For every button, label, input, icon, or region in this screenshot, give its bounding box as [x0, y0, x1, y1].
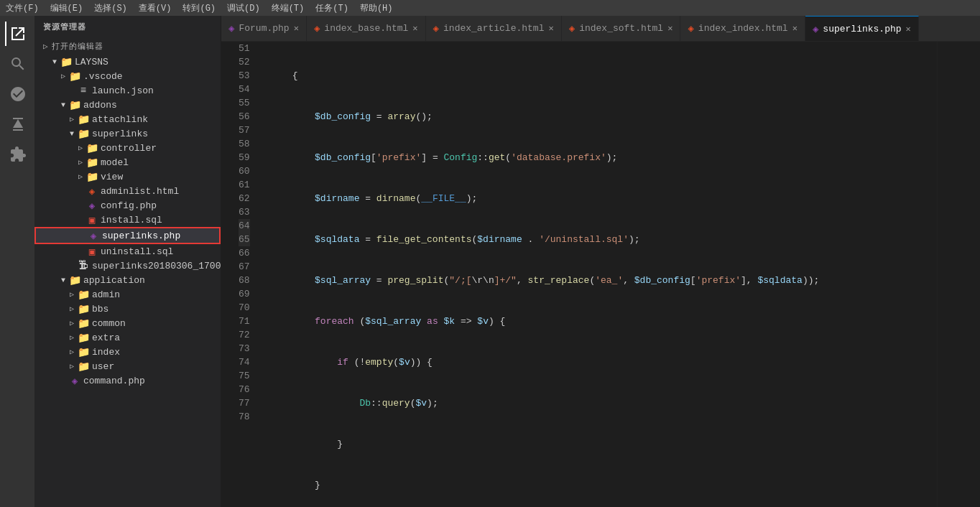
tab-close-index-index[interactable]: ✕ [792, 23, 798, 34]
line-numbers: 51 52 53 54 55 56 57 58 59 60 61 62 63 6… [221, 42, 259, 507]
minimap[interactable] [937, 42, 980, 507]
folder-icon-controller: 📁 [86, 142, 98, 154]
label-addons: addons [83, 100, 117, 111]
label-superlinks-php: superlinks.php [102, 231, 180, 241]
code-container[interactable]: 51 52 53 54 55 56 57 58 59 60 61 62 63 6… [221, 42, 980, 507]
tab-icon-index-article: ◈ [433, 22, 439, 34]
editor: ◈ Forum.php ✕ ◈ index_base.html ✕ ◈ inde… [221, 16, 980, 507]
tab-icon-index-soft: ◈ [569, 22, 575, 34]
activity-debug[interactable] [5, 112, 29, 136]
menu-item-view[interactable]: 查看(V) [139, 2, 172, 14]
tab-icon-index-index: ◈ [688, 22, 693, 34]
sidebar: 资源管理器 ▷ 打开的编辑器 ▼ 📁 LAYSNS ▷ 📁 .vscode ▷ … [34, 16, 221, 507]
activity-explorer[interactable] [5, 22, 29, 46]
folder-icon-laysns: 📁 [60, 56, 72, 68]
zip-icon: 🗜 [78, 260, 89, 271]
code-line-57: foreach ($sql_array as $k => $v) { [270, 315, 925, 328]
label-command: command.php [83, 376, 145, 386]
tree-item-admin[interactable]: ▷ 📁 admin [34, 287, 221, 302]
tab-close-forum[interactable]: ✕ [294, 23, 299, 34]
menu-item-select[interactable]: 选择(S) [94, 2, 127, 14]
tree-item-launch[interactable]: ▷ ≡ launch.json [34, 83, 221, 98]
arrow-addons: ▼ [57, 99, 69, 111]
menu-item-edit[interactable]: 编辑(E) [50, 2, 83, 14]
label-config: config.php [101, 200, 157, 211]
tree-item-index[interactable]: ▷ 📁 index [34, 345, 221, 359]
tab-label-index-article: index_article.html [443, 23, 544, 34]
tree-item-superlinks-folder[interactable]: ▼ 📁 superlinks [34, 126, 221, 141]
tree-item-extra[interactable]: ▷ 📁 extra [34, 330, 221, 345]
code-line-59: Db::query($v); [270, 396, 925, 410]
activity-search[interactable] [5, 52, 29, 76]
activity-extensions[interactable] [5, 142, 29, 167]
tab-index-article[interactable]: ◈ index_article.html ✕ [426, 16, 562, 41]
tree-item-application[interactable]: ▼ 📁 application [34, 273, 221, 287]
tab-close-superlinks[interactable]: ✕ [906, 24, 911, 34]
menu-item-goto[interactable]: 转到(G) [182, 2, 216, 14]
activity-bar [0, 16, 34, 507]
menu-item-debug[interactable]: 调试(D) [227, 2, 260, 14]
label-extra: extra [92, 332, 120, 343]
tab-icon-index-base: ◈ [314, 22, 320, 34]
tree-item-user[interactable]: ▷ 📁 user [34, 359, 221, 373]
tab-index-index[interactable]: ◈ index_index.html ✕ [680, 16, 805, 41]
menu-item-task[interactable]: 任务(T) [315, 2, 348, 14]
label-admin: admin [92, 289, 120, 300]
folder-icon-user: 📁 [78, 361, 89, 372]
code-line-61: } [270, 478, 925, 492]
tree-item-install[interactable]: ▷ ▣ install.sql [34, 213, 221, 227]
menu-item-terminal[interactable]: 终端(T) [272, 2, 305, 14]
tree-item-uninstall[interactable]: ▷ ▣ uninstall.sql [34, 244, 221, 259]
folder-icon-index: 📁 [78, 346, 89, 358]
tree-item-common[interactable]: ▷ 📁 common [34, 316, 221, 330]
tab-close-index-soft[interactable]: ✕ [667, 23, 672, 34]
tree-item-view[interactable]: ▷ 📁 view [34, 169, 221, 184]
tree-item-superlinks-php[interactable]: ▷ ◈ superlinks.php [34, 227, 221, 244]
folder-icon-model: 📁 [86, 157, 98, 168]
folder-icon-application: 📁 [69, 274, 80, 286]
menu-item-file[interactable]: 文件(F) [6, 2, 39, 14]
tree-item-model[interactable]: ▷ 📁 model [34, 155, 221, 169]
folder-icon-extra: 📁 [78, 332, 89, 343]
tree-item-addons[interactable]: ▼ 📁 addons [34, 98, 221, 112]
tree-item-config[interactable]: ▷ ◈ config.php [34, 198, 221, 213]
open-editors-section[interactable]: ▷ 打开的编辑器 [34, 38, 221, 55]
tree-item-laysns[interactable]: ▼ 📁 LAYSNS [34, 55, 221, 69]
folder-icon-view: 📁 [86, 171, 98, 182]
tab-index-soft[interactable]: ◈ index_soft.html ✕ [562, 16, 681, 41]
arrow-laysns: ▼ [49, 56, 60, 68]
code-line-51: { [270, 69, 925, 83]
sql-icon-uninstall: ▣ [86, 246, 98, 257]
activity-git[interactable] [5, 82, 29, 106]
code-line-55: $sqldata = file_get_contents($dirname . … [270, 233, 925, 246]
arrow-common: ▷ [66, 317, 78, 329]
php-icon-superlinks: ◈ [88, 230, 99, 241]
arrow-user: ▷ [66, 361, 78, 372]
code-line-54: $dirname = dirname(__FILE__); [270, 192, 925, 205]
tab-close-index-base[interactable]: ✕ [412, 23, 417, 34]
code-content[interactable]: { $db_config = array(); $db_config['pref… [259, 42, 937, 507]
json-icon-launch: ≡ [78, 85, 89, 96]
tree-item-attachlink[interactable]: ▷ 📁 attachlink [34, 112, 221, 126]
tab-close-index-article[interactable]: ✕ [548, 23, 553, 34]
menu-bar: 文件(F) 编辑(E) 选择(S) 查看(V) 转到(G) 调试(D) 终端(T… [0, 0, 980, 16]
tab-index-base[interactable]: ◈ index_base.html ✕ [307, 16, 426, 41]
tab-label-index-index: index_index.html [698, 23, 788, 34]
label-common: common [92, 318, 126, 329]
label-superlinks-folder: superlinks [92, 129, 148, 139]
tree-item-superlinks-zip[interactable]: ▷ 🗜 superlinks20180306_1700.zip [34, 259, 221, 273]
html-icon-adminlist: ◈ [86, 185, 98, 197]
tree-item-controller[interactable]: ▷ 📁 controller [34, 141, 221, 155]
tab-icon-superlinks: ◈ [813, 23, 818, 35]
tab-forum[interactable]: ◈ Forum.php ✕ [221, 16, 307, 41]
label-attachlink: attachlink [92, 114, 148, 125]
menu-item-help[interactable]: 帮助(H) [360, 2, 393, 14]
label-laysns: LAYSNS [75, 57, 108, 68]
tree-item-adminlist[interactable]: ▷ ◈ adminlist.html [34, 184, 221, 198]
php-icon-command: ◈ [69, 375, 80, 386]
tree-item-bbs[interactable]: ▷ 📁 bbs [34, 302, 221, 316]
folder-icon-bbs: 📁 [78, 303, 89, 315]
tab-superlinks[interactable]: ◈ superlinks.php ✕ [805, 16, 919, 41]
tree-item-command[interactable]: ▷ ◈ command.php [34, 373, 221, 388]
tree-item-vscode[interactable]: ▷ 📁 .vscode [34, 69, 221, 83]
